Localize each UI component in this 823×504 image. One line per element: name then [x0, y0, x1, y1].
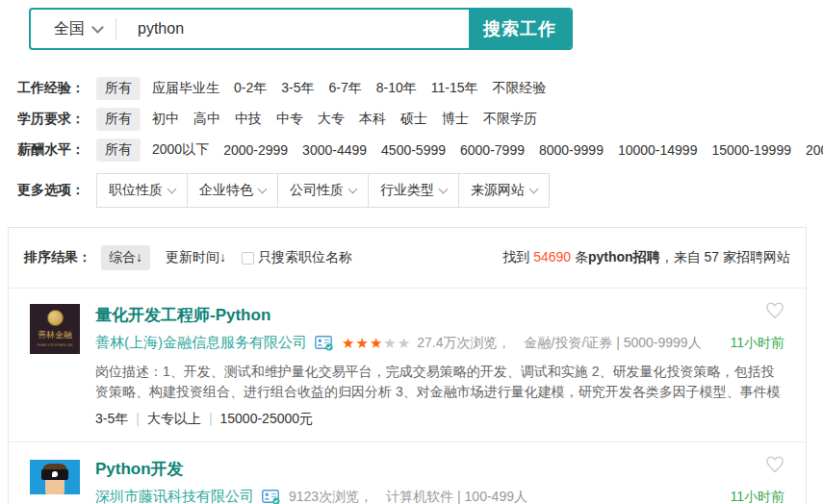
company-row: 善林(上海)金融信息服务有限公司 ★★★★★ 27.4万次浏览， 金融/投资/证… — [95, 334, 784, 352]
filter-option[interactable]: 8-10年 — [376, 80, 417, 97]
filter-row-education: 学历要求： 所有 初中 高中 中技 中专 大专 本科 硕士 博士 不限学历 — [17, 108, 823, 131]
chevron-down-icon — [167, 185, 177, 194]
sort-label: 排序结果： — [24, 249, 91, 266]
chevron-down-icon — [258, 185, 268, 194]
result-summary-text: 条 — [571, 249, 588, 265]
job-salary: 15000-25000元 — [220, 411, 314, 426]
filter-option[interactable]: 10000-14999 — [618, 142, 698, 158]
chevron-down-icon — [348, 185, 358, 194]
job-card: Python开发 深圳市藤讯科技有限公司 9123次浏览， 计算机软件 | — [9, 442, 806, 504]
company-link[interactable]: 善林(上海)金融信息服务有限公司 — [95, 334, 307, 352]
result-keyword: python招聘 — [588, 249, 660, 265]
logo-text: 善林金融 — [38, 329, 72, 341]
filter-row-salary: 薪酬水平： 所有 2000以下 2000-2999 3000-4499 4500… — [17, 139, 823, 162]
dropdown-label: 企业特色 — [199, 182, 253, 199]
result-summary-text: 找到 — [502, 249, 533, 265]
filter-option[interactable]: 大专 — [318, 111, 345, 128]
filter-option[interactable]: 6000-7999 — [460, 142, 525, 158]
search-input[interactable] — [116, 10, 469, 48]
company-logo: 善林金融 SHAN LIN FINANCIAL — [30, 304, 80, 354]
rating-stars: ★★★★★ — [342, 335, 411, 352]
dropdown-label: 公司性质 — [290, 182, 344, 199]
search-button[interactable]: 搜索工作 — [469, 10, 571, 48]
filter-option[interactable]: 不限经验 — [493, 80, 547, 97]
filter-label: 薪酬水平： — [17, 141, 85, 159]
filter-option[interactable]: 15000-19999 — [711, 142, 791, 158]
dropdown-label: 行业类型 — [380, 182, 434, 199]
filter-option[interactable]: 8000-9999 — [539, 142, 604, 158]
checkbox-label: 只搜索职位名称 — [258, 249, 352, 266]
filter-option[interactable]: 中技 — [235, 111, 262, 128]
dropdown-source-site[interactable]: 来源网站 — [458, 173, 550, 208]
filter-option[interactable]: 3-5年 — [281, 80, 314, 97]
job-experience: 3-5年 — [95, 411, 128, 426]
job-title-link[interactable]: Python开发 — [95, 458, 184, 480]
filter-option[interactable]: 6-7年 — [328, 80, 361, 97]
filter-option[interactable]: 不限学历 — [483, 111, 537, 128]
results-panel: 排序结果： 综合↓ 更新时间↓ 只搜索职位名称 找到 54690 条python… — [8, 227, 807, 504]
company-logo — [30, 460, 80, 494]
job-title-link[interactable]: 量化开发工程师-Python — [95, 304, 270, 326]
company-link[interactable]: 深圳市藤讯科技有限公司 — [95, 488, 254, 504]
filter-option[interactable]: 20000- — [806, 142, 823, 158]
filter-row-experience: 工作经验： 所有 应届毕业生 0-2年 3-5年 6-7年 8-10年 11-1… — [17, 77, 823, 100]
filter-option[interactable]: 高中 — [193, 111, 220, 128]
filter-option[interactable]: 3000-4499 — [302, 142, 367, 158]
filter-option[interactable]: 硕士 — [400, 111, 427, 128]
verified-license-icon — [262, 490, 281, 504]
more-options-row: 更多选项： 职位性质 企业特色 公司性质 行业类型 来源网站 — [17, 173, 823, 208]
filter-option[interactable]: 11-15年 — [431, 80, 478, 97]
posted-time: 11小时前 — [730, 335, 784, 352]
favorite-heart-icon[interactable] — [765, 456, 784, 473]
dropdown-industry[interactable]: 行业类型 — [368, 173, 459, 208]
filter-option[interactable]: 0-2年 — [234, 80, 267, 97]
search-bar: 全国 搜索工作 — [29, 8, 573, 50]
filter-option[interactable]: 应届毕业生 — [152, 80, 219, 97]
filter-option[interactable]: 中专 — [276, 111, 303, 128]
company-row: 深圳市藤讯科技有限公司 9123次浏览， 计算机软件 | 100-499人 11… — [95, 488, 784, 504]
filter-option[interactable]: 博士 — [442, 111, 469, 128]
chevron-down-icon — [439, 185, 449, 194]
job-education: 大专以上 — [147, 411, 201, 426]
dropdown-company-feature[interactable]: 企业特色 — [187, 173, 278, 208]
filter-option-selected[interactable]: 所有 — [96, 77, 141, 100]
company-info: 计算机软件 | 100-499人 — [386, 489, 527, 504]
location-dropdown[interactable]: 全国 — [31, 10, 116, 48]
star-filled-icon: ★★★ — [342, 335, 383, 351]
sort-comprehensive-button[interactable]: 综合↓ — [101, 245, 150, 270]
filter-option[interactable]: 4500-5999 — [381, 142, 446, 158]
company-info: 金融/投资/证券 | 5000-9999人 — [525, 335, 702, 352]
pipe-divider: | — [209, 411, 213, 426]
filter-option[interactable]: 2000-2999 — [223, 142, 288, 158]
view-count: 27.4万次浏览， — [417, 335, 510, 352]
filter-option-selected[interactable]: 所有 — [96, 108, 141, 131]
result-count: 54690 — [533, 249, 571, 265]
chevron-down-icon — [529, 185, 539, 194]
view-count: 9123次浏览， — [289, 489, 373, 504]
posted-time: 11小时前 — [730, 489, 784, 504]
filter-option[interactable]: 初中 — [152, 111, 179, 128]
filter-option[interactable]: 本科 — [359, 111, 386, 128]
job-description: 岗位描述：1、开发、测试和维护量化交易平台，完成交易策略的开发、调试和实施 2、… — [95, 362, 784, 402]
vr-goggles-icon — [41, 469, 68, 480]
job-card: 善林金融 SHAN LIN FINANCIAL 量化开发工程师-Python 善… — [9, 289, 806, 442]
star-empty-icon: ★★ — [383, 335, 411, 351]
filter-option-selected[interactable]: 所有 — [96, 139, 141, 162]
dropdown-label: 职位性质 — [109, 182, 163, 199]
pipe-divider: | — [136, 411, 140, 426]
coin-icon — [47, 310, 64, 326]
result-summary-text: ，来自 57 家招聘网站 — [660, 249, 790, 265]
filter-option[interactable]: 2000以下 — [152, 141, 209, 159]
favorite-heart-icon[interactable] — [765, 302, 784, 319]
verified-license-icon — [315, 336, 334, 351]
sort-row: 排序结果： 综合↓ 更新时间↓ 只搜索职位名称 找到 54690 条python… — [9, 228, 806, 289]
bird-icon — [52, 471, 58, 477]
sort-update-time-button[interactable]: 更新时间↓ — [166, 249, 226, 266]
more-options-label: 更多选项： — [17, 182, 85, 199]
filter-label: 学历要求： — [17, 111, 85, 128]
filter-label: 工作经验： — [17, 80, 85, 97]
dropdown-job-type[interactable]: 职位性质 — [96, 173, 188, 208]
logo-subtext: SHAN LIN FINANCIAL — [37, 342, 73, 347]
dropdown-company-type[interactable]: 公司性质 — [277, 173, 369, 208]
job-title-only-checkbox[interactable] — [242, 252, 254, 265]
